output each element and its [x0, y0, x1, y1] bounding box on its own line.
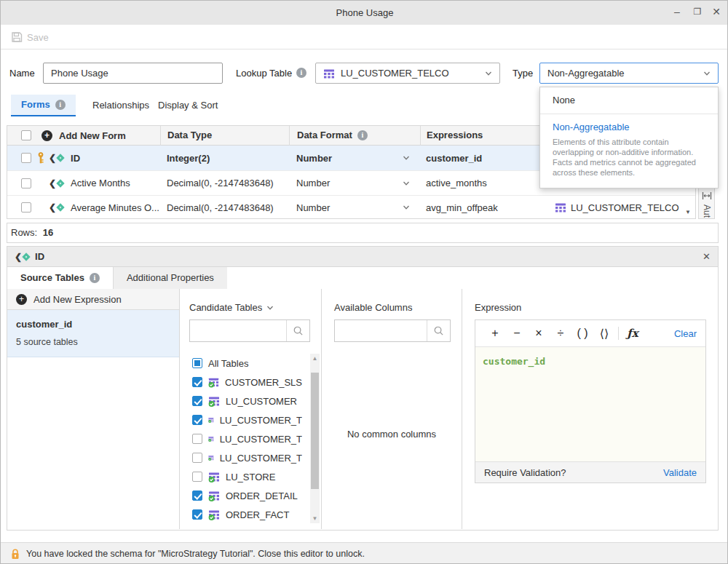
candidate-tables-dropdown[interactable]: Candidate Tables [189, 302, 274, 313]
attribute-form-icon: ❮ [49, 202, 63, 213]
table-scroll-down-icon[interactable]: ▼ [685, 209, 691, 215]
option-non-aggregatable-label: Non-Aggregatable [553, 122, 706, 132]
minimize-icon[interactable]: – [668, 1, 687, 25]
columns-search [334, 319, 451, 342]
table-checkbox[interactable] [192, 434, 202, 444]
detail-close-icon[interactable]: ✕ [703, 251, 711, 262]
column-width-icon[interactable] [702, 191, 712, 200]
form-lookup: LU_CUSTOMER_TELCO [571, 202, 679, 213]
list-item[interactable]: LU_STORE [180, 467, 302, 486]
col-expressions: Expressions [420, 126, 555, 146]
form-data-format: Number [296, 178, 403, 188]
table-check-icon [208, 376, 219, 388]
tab-additional-properties[interactable]: Additional Properties [114, 267, 227, 289]
search-button[interactable] [286, 320, 309, 341]
row-checkbox[interactable] [21, 178, 31, 188]
col-data-type: Data Type [160, 126, 289, 146]
table-checkbox[interactable] [192, 472, 202, 482]
list-item[interactable]: LU_CUSTOMER [180, 392, 302, 410]
expression-editor[interactable]: customer_id [475, 347, 705, 461]
toolbar-divider [618, 327, 619, 340]
table-checkbox[interactable] [192, 415, 202, 425]
detail-tabs: Source Tables i Additional Properties [7, 267, 719, 289]
table-name: LU_CUSTOMER_T [220, 434, 302, 445]
detail-panel-header: ❮ ID ✕ [7, 246, 719, 267]
row-checkbox[interactable] [21, 153, 31, 163]
minus-operator-button[interactable]: − [506, 327, 528, 340]
expression-editor-box: + − × ÷ ( ) ⟨⟩ ƒx Clear customer_id Requ… [475, 319, 706, 483]
lookup-table-value: LU_CUSTOMER_TELCO [341, 68, 479, 79]
expressions-panel: + Add New Expression customer_id 5 sourc… [7, 289, 180, 529]
list-item[interactable]: ORDER_FACT [180, 505, 302, 524]
lookup-table-select[interactable]: LU_CUSTOMER_TELCO [315, 63, 500, 84]
columns-search-input[interactable] [335, 320, 427, 341]
lookup-info-icon[interactable]: i [296, 68, 306, 78]
save-button[interactable]: Save [11, 30, 49, 44]
scroll-down-icon[interactable]: ▼ [310, 514, 320, 523]
maximize-icon[interactable]: ❐ [688, 1, 707, 25]
expression-list-item[interactable]: customer_id 5 source tables [7, 310, 179, 357]
list-item[interactable]: LU_CUSTOMER_T [180, 429, 302, 448]
table-check-icon [208, 452, 214, 464]
close-icon[interactable]: ✕ [707, 1, 726, 25]
list-item[interactable]: CUSTOMER_SLS [180, 373, 302, 392]
candidate-tables-panel: Candidate Tables All Tables CUSTOMER_SLS [180, 289, 322, 529]
add-new-expression-button[interactable]: + Add New Expression [7, 289, 179, 310]
type-label: Type [513, 68, 533, 79]
option-non-aggregatable-description: Elements of this attribute contain overl… [553, 137, 706, 178]
select-all-checkbox[interactable] [21, 130, 31, 140]
list-item[interactable]: ORDER_DETAIL [180, 486, 302, 505]
parentheses-button[interactable]: ( ) [571, 327, 593, 340]
table-checkbox[interactable] [192, 490, 202, 501]
divide-operator-button[interactable]: ÷ [550, 327, 571, 340]
tab-source-tables[interactable]: Source Tables i [7, 267, 114, 289]
name-input[interactable] [43, 63, 223, 84]
forms-info-icon[interactable]: i [55, 100, 66, 110]
clear-link[interactable]: Clear [674, 328, 697, 339]
save-icon [11, 31, 23, 43]
plus-operator-button[interactable]: + [484, 327, 506, 340]
candidate-search [189, 319, 310, 342]
option-none[interactable]: None [540, 87, 718, 114]
table-checkbox[interactable] [192, 509, 202, 520]
candidate-scrollbar[interactable]: ▲ ▼ [310, 354, 320, 523]
type-select[interactable]: Non-Aggregatable [539, 63, 719, 84]
tab-forms[interactable]: Forms i [11, 95, 76, 116]
list-item[interactable]: All Tables [180, 354, 302, 373]
table-checkbox[interactable] [192, 358, 202, 368]
option-non-aggregatable[interactable]: Non-Aggregatable Elements of this attrib… [540, 114, 718, 188]
list-item[interactable]: LU_CUSTOMER_T [180, 448, 302, 467]
table-checkbox[interactable] [192, 377, 202, 387]
table-name: All Tables [208, 358, 248, 369]
add-expression-label: Add New Expression [33, 294, 122, 305]
chevron-down-icon[interactable] [403, 154, 410, 162]
brackets-button[interactable]: ⟨⟩ [593, 327, 615, 341]
tab-display-sort[interactable]: Display & Sort [148, 95, 228, 116]
multiply-operator-button[interactable]: × [528, 327, 550, 340]
title-bar: Phone Usage – ❐ ✕ [1, 1, 728, 25]
scrollbar-thumb[interactable] [311, 373, 319, 489]
table-check-icon [208, 433, 214, 445]
search-button[interactable] [427, 320, 450, 341]
lookup-table-label: Lookup Table [236, 68, 292, 79]
form-data-type: Integer(2) [160, 153, 289, 164]
scroll-up-icon[interactable]: ▲ [310, 354, 320, 363]
table-name: CUSTOMER_SLS [225, 377, 302, 388]
add-new-form-label[interactable]: Add New Form [59, 130, 126, 141]
row-checkbox[interactable] [21, 202, 31, 213]
add-form-icon[interactable]: + [41, 130, 52, 141]
type-dropdown-menu: None Non-Aggregatable Elements of this a… [539, 87, 719, 188]
function-button[interactable]: ƒx [622, 327, 644, 340]
chevron-down-icon[interactable] [403, 180, 410, 187]
validate-link[interactable]: Validate [663, 467, 697, 478]
list-item[interactable]: LU_CUSTOMER_T [180, 410, 302, 429]
table-checkbox[interactable] [192, 453, 202, 463]
table-row[interactable]: ❮ Average Minutes O... Decimal(0, -21474… [7, 195, 695, 219]
candidate-search-input[interactable] [190, 320, 286, 341]
window-title: Phone Usage [1, 1, 728, 25]
chevron-down-icon[interactable] [403, 204, 410, 211]
table-name: ORDER_DETAIL [226, 490, 298, 501]
source-tables-info-icon[interactable]: i [90, 273, 100, 283]
data-format-info-icon[interactable]: i [357, 130, 368, 140]
table-checkbox[interactable] [192, 396, 202, 406]
